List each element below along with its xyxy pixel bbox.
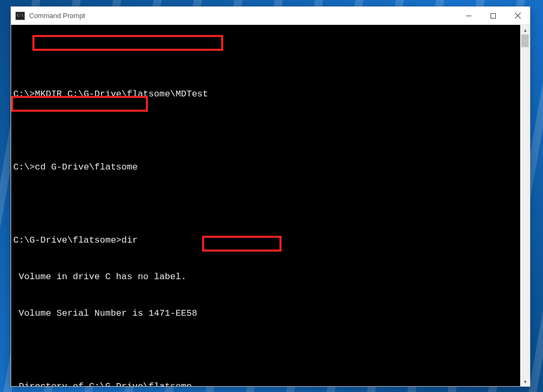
prompt-prefix: C:\G-Drive\flatsome> bbox=[13, 235, 121, 245]
prompt-line: C:\>MKDIR C:\G-Drive\flatsome\MDTest bbox=[13, 88, 520, 100]
prompt-prefix: C:\> bbox=[13, 162, 35, 172]
dir-header: Directory of C:\G-Drive\flatsome bbox=[13, 380, 520, 386]
vertical-scrollbar[interactable]: ▴ ▾ bbox=[520, 25, 530, 386]
close-button[interactable] bbox=[505, 7, 530, 24]
maximize-button[interactable] bbox=[481, 7, 505, 24]
prompt-prefix: C:\> bbox=[13, 89, 35, 99]
window-title: Command Prompt bbox=[29, 12, 457, 20]
blank-line bbox=[13, 344, 520, 356]
minimize-button[interactable] bbox=[457, 7, 481, 24]
dir-volume: Volume in drive C has no label. bbox=[13, 271, 520, 283]
command-dir: dir bbox=[121, 235, 138, 245]
command-mkdir: MKDIR C:\G-Drive\flatsome\MDTest bbox=[35, 89, 208, 99]
scroll-up-arrow-icon[interactable]: ▴ bbox=[520, 25, 530, 34]
window-controls bbox=[457, 7, 530, 24]
blank-line bbox=[13, 51, 520, 64]
svg-rect-1 bbox=[491, 13, 496, 18]
console-wrap: C:\>MKDIR C:\G-Drive\flatsome\MDTest C:\… bbox=[11, 25, 530, 386]
titlebar[interactable]: C:\ Command Prompt bbox=[11, 7, 530, 25]
prompt-line: C:\G-Drive\flatsome>dir bbox=[13, 234, 520, 246]
console-output[interactable]: C:\>MKDIR C:\G-Drive\flatsome\MDTest C:\… bbox=[11, 25, 520, 386]
prompt-line: C:\>cd G-Drive\flatsome bbox=[13, 161, 520, 173]
blank-line bbox=[13, 124, 520, 137]
cmd-icon-glyph: C:\ bbox=[17, 14, 24, 17]
dir-serial: Volume Serial Number is 1471-EE58 bbox=[13, 307, 520, 319]
highlight-mkdir-command bbox=[32, 35, 223, 51]
blank-line bbox=[13, 198, 520, 210]
command-cd: cd G-Drive\flatsome bbox=[35, 162, 138, 172]
scroll-thumb[interactable] bbox=[521, 34, 529, 47]
cmd-icon: C:\ bbox=[15, 12, 25, 20]
command-prompt-window: C:\ Command Prompt C:\>MKDIR C:\G-Drive\… bbox=[11, 6, 530, 387]
scroll-down-arrow-icon[interactable]: ▾ bbox=[520, 377, 530, 386]
